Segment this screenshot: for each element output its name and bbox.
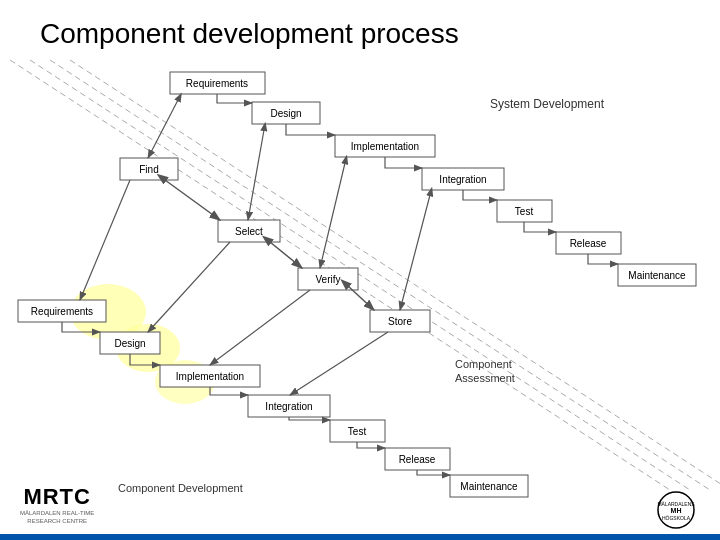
svg-text:Release: Release	[570, 238, 607, 249]
svg-line-52	[148, 242, 230, 332]
svg-line-55	[165, 180, 220, 220]
svg-text:Test: Test	[515, 206, 534, 217]
svg-text:Verify: Verify	[315, 274, 340, 285]
svg-text:Requirements: Requirements	[31, 306, 93, 317]
mrtc-logo: MRTC MÄLARDALEN REAL-TIMERESEARCH CENTRE	[20, 484, 94, 526]
svg-text:Implementation: Implementation	[176, 371, 244, 382]
svg-line-49	[320, 163, 345, 268]
svg-text:Integration: Integration	[265, 401, 312, 412]
svg-text:Store: Store	[388, 316, 412, 327]
svg-text:System Development: System Development	[490, 97, 605, 111]
svg-text:Find: Find	[139, 164, 158, 175]
svg-text:Design: Design	[270, 108, 301, 119]
svg-text:Select: Select	[235, 226, 263, 237]
svg-text:Release: Release	[399, 454, 436, 465]
svg-line-54	[290, 332, 388, 395]
svg-text:Integration: Integration	[439, 174, 486, 185]
bottom-bar	[0, 534, 720, 540]
svg-line-48	[248, 130, 264, 220]
mrtc-logo-text: MRTC	[23, 484, 91, 510]
svg-text:HÖGSKOLA: HÖGSKOLA	[662, 515, 691, 521]
svg-text:MH: MH	[671, 507, 682, 514]
diagram-svg: System Development Requirements Design I…	[0, 0, 720, 540]
mh-logo: MÄLARDALENS MH HÖGSKOLA	[646, 490, 706, 530]
svg-text:Design: Design	[114, 338, 145, 349]
svg-line-47	[148, 100, 178, 158]
svg-line-57	[348, 286, 374, 310]
svg-text:Maintenance: Maintenance	[628, 270, 686, 281]
svg-text:Component Development: Component Development	[118, 482, 243, 494]
svg-line-50	[400, 195, 430, 310]
svg-line-51	[80, 180, 130, 300]
svg-text:Maintenance: Maintenance	[460, 481, 518, 492]
svg-text:Requirements: Requirements	[186, 78, 248, 89]
svg-text:Implementation: Implementation	[351, 141, 419, 152]
svg-text:Test: Test	[348, 426, 367, 437]
svg-line-53	[210, 290, 310, 365]
svg-line-56	[270, 242, 302, 268]
svg-text:Assessment: Assessment	[455, 372, 515, 384]
main-container: Component development process System Dev…	[0, 0, 720, 540]
mrtc-logo-sub: MÄLARDALEN REAL-TIMERESEARCH CENTRE	[20, 510, 94, 526]
svg-text:Component: Component	[455, 358, 512, 370]
